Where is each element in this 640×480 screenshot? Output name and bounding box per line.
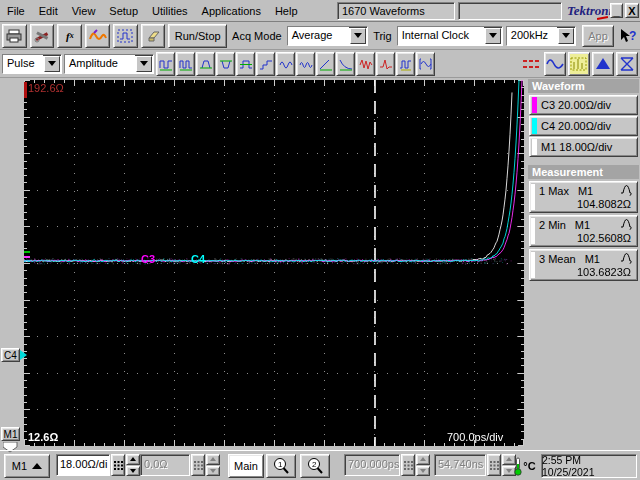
plot-bottom-scale-label: 12.6Ω [28,431,58,443]
measurement-3-mean-button[interactable]: 3 Mean M1 103.6823Ω [529,249,638,281]
eraser-icon[interactable] [141,24,166,48]
menu-edit[interactable]: Edit [32,3,65,19]
measurement-panel-header: Measurement [528,165,639,179]
minimize-button[interactable]: _ [610,3,623,18]
measurement-select-bar [531,218,535,244]
burst-icon[interactable] [276,52,295,76]
zoom1-magnifier-icon[interactable]: 1 [266,454,296,478]
trace-select-button[interactable]: M1 [4,454,50,478]
status-bar: M1 18.00Ω/di 0.0Ω Main 1 2 700.000ps 54.… [0,450,640,480]
chevron-down-icon[interactable] [558,28,574,44]
waveform-c3-button[interactable]: C3 20.00Ω/div [529,95,638,115]
histogram-view-icon[interactable] [568,52,590,76]
measurement-source: M1 [578,185,593,197]
keypad-icon[interactable] [111,454,125,476]
svg-text:?: ? [629,29,636,43]
keypad-icon[interactable] [401,454,415,476]
chevron-down-icon[interactable] [485,28,501,44]
period-icon[interactable] [156,52,175,76]
trig-source-select[interactable]: Internal Clock [397,26,503,46]
counter-icon[interactable] [396,52,415,76]
chevron-down-icon[interactable] [136,56,152,72]
vertical-offset-input[interactable]: 0.0Ω [140,454,190,476]
acq-mode-select[interactable]: Average [287,26,369,46]
pos-width-icon[interactable] [196,52,215,76]
measurement-number: 1 [538,185,545,197]
menu-view[interactable]: View [65,3,103,19]
slope-icon[interactable] [316,52,335,76]
spin-down-icon[interactable] [416,466,430,477]
mask-view-icon[interactable] [592,52,614,76]
square-wave-icon[interactable] [236,52,255,76]
menu-file[interactable]: File [0,3,32,19]
measurement-1-max-button[interactable]: 1 Max M1 104.8082Ω [529,181,638,213]
waveform-c4-button[interactable]: C4 20.00Ω/div [529,116,638,136]
view-icon-row [520,52,638,76]
keypad-icon[interactable] [487,454,501,476]
menu-setup[interactable]: Setup [102,3,145,19]
m1-position-marker[interactable]: M1 [1,427,20,441]
vertical-scale-control: 18.00Ω/di [56,454,140,478]
steps-icon[interactable] [256,52,275,76]
vertical-offset-control: 0.0Ω [140,454,220,478]
zoom2-magnifier-icon[interactable]: 2 [300,454,330,478]
context-help-icon[interactable]: ? [617,24,638,48]
spin-down-icon[interactable] [126,466,140,477]
tektronix-logo-accent [597,16,608,20]
eye-diagram-icon[interactable] [616,52,638,76]
svg-text:2: 2 [312,460,317,469]
formula-icon[interactable]: fx [57,24,82,48]
horizontal-scale-input[interactable]: 700.000ps [344,454,400,476]
measurement-icon-row [156,52,435,76]
noise-burst-icon[interactable] [356,52,375,76]
chevron-down-icon[interactable] [350,28,366,44]
decay-icon[interactable] [336,52,355,76]
run-stop-button[interactable]: Run/Stop [168,24,227,48]
waveform-plot[interactable] [24,80,524,446]
m1-color-swatch [532,139,537,155]
measurement-value: 103.6823Ω [538,266,637,278]
gated-wave-icon[interactable] [416,52,435,76]
frequency-icon[interactable] [176,52,195,76]
c4-position-marker[interactable]: C4 [1,348,20,362]
waveform-icon[interactable] [85,24,110,48]
menu-applications[interactable]: Applications [195,3,268,19]
menu-help[interactable]: Help [268,3,305,19]
window-title: 1670 Waveforms [337,2,455,20]
modulation-icon[interactable] [296,52,315,76]
tools-icon[interactable] [30,24,55,48]
main-toolbar: fx Run/Stop Acq Mode Average Trig Intern… [0,22,640,50]
chevron-down-icon[interactable] [44,56,60,72]
title-menu-bar: FileEditViewSetupUtilitiesApplicationsHe… [0,0,640,22]
keypad-icon[interactable] [191,454,205,476]
main-view-button[interactable]: Main [228,454,264,478]
waveform-m1-button[interactable]: M1 18.00Ω/div [529,137,638,157]
marquee-pulse-icon[interactable] [113,24,138,48]
trace-label-c3: C3 [141,253,155,265]
trig-freq-select[interactable]: 200kHz [506,26,576,46]
spin-down-icon[interactable] [206,466,220,477]
temperature-indicator[interactable]: °C [512,454,538,478]
vertical-scale-input[interactable]: 18.00Ω/di [56,454,110,476]
spin-up-icon[interactable] [126,454,140,465]
measurement-2-min-button[interactable]: 2 Min M1 102.5608Ω [529,215,638,247]
close-button[interactable]: X [625,3,639,18]
noise-spike-icon[interactable] [376,52,395,76]
app-button[interactable]: App [582,25,614,47]
right-control-panel: Waveform C3 20.00Ω/div C4 20.00Ω/div M1 … [527,78,640,450]
meas-category1-select[interactable]: Pulse [2,54,62,74]
measurement-source: M1 [585,253,600,265]
spin-up-icon[interactable] [206,454,220,465]
print-icon[interactable] [2,24,27,48]
waveform-view-icon[interactable] [544,52,566,76]
thermometer-icon [514,456,522,476]
menu-utilities[interactable]: Utilities [145,3,194,19]
meas-category2-select[interactable]: Amplitude [64,54,154,74]
measurement-name: Mean [548,253,576,265]
spin-up-icon[interactable] [416,454,430,465]
cursors-icon[interactable] [520,52,542,76]
measurement-number: 3 [538,253,545,265]
m1-scale-label: M1 18.00Ω/div [541,141,612,153]
horizontal-position-input[interactable]: 54.740ns [434,454,486,476]
neg-width-icon[interactable] [216,52,235,76]
